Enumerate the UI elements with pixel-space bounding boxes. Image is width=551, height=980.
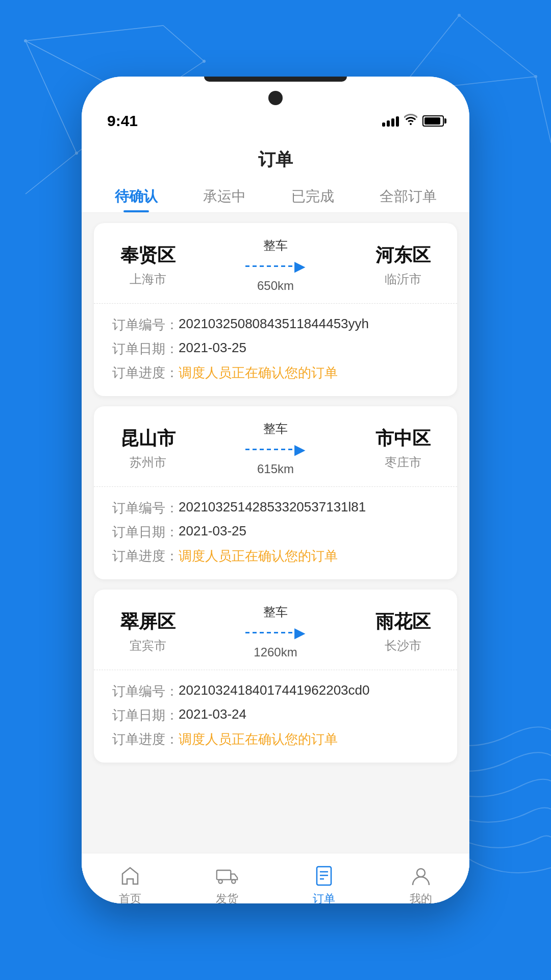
to-name: 市中区 (375, 426, 431, 451)
order-number-value: 20210325080843511844453yyh (179, 316, 369, 332)
order-details: 订单编号： 20210324184017441962203cd0 订单日期： 2… (94, 670, 457, 763)
route-middle: 整车 ▶ 1260km (184, 604, 367, 659)
order-progress-row: 订单进度： 调度人员正在确认您的订单 (112, 364, 439, 382)
status-icons (382, 114, 444, 128)
order-number-label: 订单编号： (112, 316, 179, 334)
battery-fill (424, 117, 440, 125)
nav-shipping-label: 发货 (216, 891, 238, 903)
order-route: 翠屏区 宜宾市 整车 ▶ 1260km 雨花区 长沙市 (94, 590, 457, 670)
order-card[interactable]: 奉贤区 上海市 整车 ▶ 650km 河东区 临沂市 (94, 223, 457, 396)
order-progress-row: 订单进度： 调度人员正在确认您的订单 (112, 730, 439, 748)
order-route: 昆山市 苏州市 整车 ▶ 615km 市中区 枣庄市 (94, 406, 457, 487)
order-date-row: 订单日期： 2021-03-24 (112, 706, 439, 724)
svg-point-22 (232, 879, 235, 883)
orders-list: 奉贤区 上海市 整车 ▶ 650km 河东区 临沂市 (82, 213, 469, 853)
home-icon (118, 864, 142, 888)
route-middle: 整车 ▶ 650km (184, 237, 367, 293)
to-city: 临沂市 (385, 271, 421, 287)
tab-completed[interactable]: 已完成 (281, 180, 344, 212)
svg-line-5 (26, 26, 163, 41)
svg-point-9 (75, 152, 78, 155)
order-card[interactable]: 昆山市 苏州市 整车 ▶ 615km 市中区 枣庄市 (94, 406, 457, 579)
to-name: 雨花区 (375, 609, 431, 634)
route-from: 翠屏区 宜宾市 (112, 609, 184, 654)
order-progress-value: 调度人员正在确认您的订单 (179, 364, 338, 382)
route-distance: 650km (257, 279, 294, 293)
tab-in-transit[interactable]: 承运中 (193, 180, 256, 212)
from-name: 翠屏区 (120, 609, 176, 634)
order-number-value: 20210324184017441962203cd0 (179, 682, 370, 698)
svg-line-1 (26, 41, 77, 153)
orders-icon (312, 864, 336, 888)
to-city: 长沙市 (385, 638, 421, 654)
route-arrow-icon: ▶ (245, 258, 306, 275)
to-city: 枣庄市 (385, 454, 421, 471)
from-city: 上海市 (130, 271, 166, 287)
route-arrow-icon: ▶ (245, 441, 306, 458)
bottom-nav: 首页 发货 (82, 853, 469, 903)
svg-point-27 (417, 869, 425, 877)
order-progress-label: 订单进度： (112, 364, 179, 382)
order-number-row: 订单编号： 20210324184017441962203cd0 (112, 682, 439, 700)
svg-point-21 (219, 879, 222, 883)
signal-bar-4 (396, 116, 399, 127)
from-name: 奉贤区 (120, 243, 176, 268)
truck-icon (215, 864, 239, 888)
wifi-icon (404, 114, 417, 128)
svg-line-12 (459, 15, 536, 77)
nav-orders-label: 订单 (313, 891, 335, 903)
status-bar: 9:41 (82, 77, 469, 138)
tab-pending[interactable]: 待确认 (105, 180, 168, 212)
order-number-label: 订单编号： (112, 682, 179, 700)
order-date-value: 2021-03-25 (179, 340, 246, 356)
status-time: 9:41 (107, 112, 138, 130)
phone-top-bar (204, 77, 347, 82)
svg-point-17 (458, 14, 461, 17)
page-title: 订单 (82, 138, 469, 180)
signal-bar-3 (391, 118, 394, 127)
order-date-value: 2021-03-24 (179, 706, 246, 722)
route-arrow-icon: ▶ (245, 624, 306, 641)
phone-camera (268, 91, 283, 105)
route-middle: 整车 ▶ 615km (184, 421, 367, 476)
route-to: 雨花区 长沙市 (367, 609, 439, 654)
order-date-value: 2021-03-25 (179, 523, 246, 539)
svg-point-11 (203, 60, 206, 63)
order-progress-value: 调度人员正在确认您的订单 (179, 547, 338, 565)
order-date-row: 订单日期： 2021-03-25 (112, 340, 439, 358)
nav-mine[interactable]: 我的 (398, 862, 443, 903)
svg-rect-20 (217, 870, 231, 879)
order-card[interactable]: 翠屏区 宜宾市 整车 ▶ 1260km 雨花区 长沙市 (94, 590, 457, 763)
order-date-row: 订单日期： 2021-03-25 (112, 523, 439, 541)
signal-bars-icon (382, 115, 399, 127)
route-from: 昆山市 苏州市 (112, 426, 184, 471)
from-city: 苏州市 (130, 454, 166, 471)
svg-line-6 (26, 153, 77, 194)
signal-bar-1 (382, 122, 385, 127)
from-name: 昆山市 (120, 426, 176, 451)
tab-all-orders[interactable]: 全部订单 (369, 180, 447, 212)
route-to: 河东区 临沂市 (367, 243, 439, 287)
order-progress-label: 订单进度： (112, 730, 179, 748)
order-number-label: 订单编号： (112, 499, 179, 517)
route-type: 整车 (263, 421, 288, 437)
route-type: 整车 (263, 604, 288, 620)
route-to: 市中区 枣庄市 (367, 426, 439, 471)
user-icon (409, 864, 433, 888)
nav-shipping[interactable]: 发货 (205, 862, 249, 903)
to-name: 河东区 (375, 243, 431, 268)
order-date-label: 订单日期： (112, 706, 179, 724)
svg-point-10 (24, 39, 27, 42)
battery-icon (422, 115, 444, 127)
order-number-value: 20210325142853320537131l81 (179, 499, 366, 515)
signal-bar-2 (387, 120, 390, 127)
phone-shell: 9:41 订单 (82, 77, 469, 903)
nav-orders[interactable]: 订单 (302, 862, 346, 903)
order-date-label: 订单日期： (112, 340, 179, 358)
order-progress-label: 订单进度： (112, 547, 179, 565)
from-city: 宜宾市 (130, 638, 166, 654)
order-progress-value: 调度人员正在确认您的订单 (179, 730, 338, 748)
app-content: 订单 待确认 承运中 已完成 全部订单 奉贤区 上海市 整车 (82, 138, 469, 903)
order-details: 订单编号： 20210325142853320537131l81 订单日期： 2… (94, 487, 457, 579)
nav-home[interactable]: 首页 (108, 862, 153, 903)
